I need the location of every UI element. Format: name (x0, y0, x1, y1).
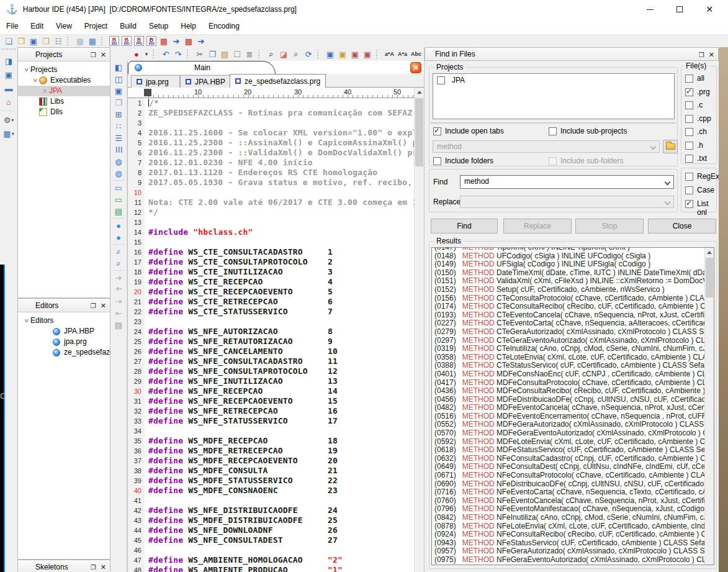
result-row[interactable]: (0147) METHOD TipoXml( cXml ) INLINE Tip… (432, 247, 714, 252)
menu-item-setup[interactable]: Setup (143, 19, 174, 34)
paste-icon[interactable]: ▤ (219, 48, 230, 60)
option-case-checkbox[interactable] (685, 186, 693, 194)
table-icon[interactable]: ▦ (87, 35, 98, 47)
bookmark-toggle-icon[interactable]: ▣ (325, 48, 336, 60)
filetype-all-checkbox[interactable] (685, 75, 693, 83)
result-row[interactable]: (0690) METHOD NFeDistribuicaoDFe( cCnpj,… (432, 480, 714, 489)
build-launch-icon[interactable]: ➔ (171, 35, 182, 47)
project-checkbox[interactable] (437, 76, 445, 84)
project-tree-item-jpa[interactable]: >JPA (18, 86, 110, 96)
table-light-icon[interactable]: ▦ (74, 35, 86, 47)
scroll-up-arrow-icon[interactable] (415, 88, 424, 97)
case-lower-icon[interactable]: A*a (397, 48, 408, 60)
maximize-editor-icon[interactable]: ◧ (113, 61, 125, 73)
include-sub-projects-checkbox[interactable] (549, 127, 557, 135)
column-select-icon[interactable]: ☐ (231, 48, 243, 60)
float-panel-icon[interactable]: ❐ (699, 52, 704, 58)
zoom-out-icon[interactable]: ⌕ (113, 258, 125, 269)
menu-item-help[interactable]: Help (174, 19, 202, 34)
goto-first-icon[interactable]: ⇤ (113, 307, 125, 319)
project-panel-icon[interactable]: ◨ (2, 55, 16, 67)
tab-main-group[interactable]: Main (128, 61, 276, 74)
project-tree-item-projects[interactable]: >Projects (18, 65, 110, 75)
toolbar-grip[interactable] (2, 48, 16, 52)
columns-icon[interactable]: ☰ (113, 144, 124, 156)
result-row[interactable]: (0436) METHOD MDFeConsultaRecibo( cRecib… (432, 387, 714, 396)
minimize-button[interactable] (635, 0, 665, 19)
close-panel-icon[interactable]: ✕ (101, 302, 106, 310)
result-row[interactable]: (0297) METHOD CTeGeraEventoAutorizado( c… (432, 337, 714, 345)
find-button[interactable]: Find (431, 219, 498, 234)
tab-jpa-prg[interactable]: jpa.prg (131, 75, 180, 88)
projects-list[interactable]: JPA (433, 73, 675, 119)
split-grid-icon[interactable]: ⊞ (113, 109, 125, 120)
sphere-info-icon[interactable]: ● (113, 232, 125, 243)
result-row[interactable]: (0760) METHOD NFeEventoCancela( cChave, … (432, 497, 714, 506)
result-row[interactable]: (0151) METHOD ValidaXml( cXml, cFileXsd … (432, 277, 714, 286)
project-tree-item-libs[interactable]: >Libs (18, 96, 110, 107)
filetype-h-checkbox[interactable] (685, 142, 693, 150)
result-row[interactable]: (0592) METHOD MDFeLoteEnvia( cXml, cLote… (432, 438, 714, 447)
result-row[interactable]: (0279) METHOD CTeGeraAutorizado( cXmlAss… (432, 328, 714, 337)
chevron-down-icon[interactable]: > (21, 317, 32, 325)
menu-item-file[interactable]: File (0, 19, 24, 34)
rebuild-launch-icon[interactable]: ➔ (195, 35, 207, 47)
copy-icon[interactable]: ❐ (207, 48, 218, 60)
menu-item-encoding[interactable]: Encoding (202, 19, 246, 34)
close-panel-icon[interactable]: ✕ (101, 51, 106, 59)
result-row[interactable]: (0649) METHOD NFeConsultaDest( cCnpj, cU… (432, 463, 714, 471)
save-icon[interactable]: ▣ (28, 35, 39, 47)
menu-item-view[interactable]: View (50, 19, 78, 34)
result-row[interactable]: (0417) METHOD MDFeConsultaProtocolo( cCh… (432, 379, 714, 388)
replace-combobox[interactable] (460, 196, 674, 208)
new-file-icon[interactable]: ❏ (3, 35, 14, 47)
undo-icon[interactable]: ↶ (160, 48, 171, 60)
split-vertical-icon[interactable]: ◫ (113, 73, 125, 84)
close-button[interactable]: ✕ (694, 0, 724, 19)
menu-item-project[interactable]: Project (78, 19, 114, 34)
build-icon[interactable]: ▦ (158, 35, 169, 47)
result-row[interactable]: (0842) METHOD NFeInutiliza( cAno, cCnpj,… (432, 514, 714, 522)
result-row[interactable]: (0401) METHOD MDFeConsNaoEnc( cUF, cCNPJ… (432, 370, 714, 379)
result-row[interactable]: (0878) METHOD NFeLoteEnvia( cXml, cLote,… (432, 522, 714, 531)
rebuild-icon[interactable]: ▩ (183, 35, 194, 47)
redo-icon[interactable]: ↷ (173, 48, 184, 60)
case-invert-icon[interactable]: Abc (410, 48, 423, 60)
result-row[interactable]: (0924) METHOD NFeConsultaRecibo( cRecibo… (432, 530, 714, 539)
filetype-prg-checkbox[interactable] (685, 88, 693, 96)
open-file-icon[interactable]: ❐ (16, 35, 27, 47)
include-folders-checkbox[interactable] (433, 157, 441, 165)
menu-item-build[interactable]: Build (114, 19, 143, 34)
result-row[interactable]: (0632) METHOD NFeConsultaCadastro( cCnpj… (432, 455, 714, 463)
editor-tree-item-jpa-hbp[interactable]: >JPA.HBP (18, 326, 110, 337)
scrollbar-thumb[interactable] (706, 258, 713, 297)
filetype-cpp-checkbox[interactable] (685, 115, 693, 123)
tab-jpa-hbp[interactable]: JPA.HBP (180, 75, 231, 88)
tab-ze-spedsefazclass-prg[interactable]: ze_spedsefazclass.prg (230, 74, 326, 88)
result-row[interactable]: (0943) METHOD NFeStatusServico( cUF, cCe… (432, 539, 714, 548)
result-row[interactable]: (0193) METHOD CTeEventoCancela( cChave, … (432, 311, 714, 320)
result-row[interactable]: (0174) METHOD CTeConsultaRecibo( cRecibo… (432, 302, 714, 311)
view-panel-icon[interactable]: ▬ (2, 82, 16, 94)
find-next-icon[interactable]: ⌕ (290, 48, 302, 60)
chevron-right-icon[interactable]: > (40, 84, 49, 97)
tile-icon[interactable]: ∷ (113, 120, 125, 132)
result-row[interactable]: (0227) METHOD CTeEventoCarta( cChave, nS… (432, 319, 714, 328)
menu-item-edit[interactable]: Edit (24, 19, 50, 34)
result-row[interactable]: (0358) METHOD CTeLoteEnvia( cXml, cLote,… (432, 353, 714, 362)
find-icon[interactable]: ⌕ (266, 48, 277, 60)
globe-save-icon[interactable]: ◍ (113, 156, 125, 167)
frame-split-icon[interactable]: ▤ (113, 206, 125, 217)
result-row[interactable]: (0716) METHOD NFeEventoCarta( cChave, nS… (432, 488, 714, 497)
print-icon[interactable]: ☷ (53, 35, 64, 47)
save-icon[interactable]: ▣ (113, 85, 125, 96)
goto-prev-icon[interactable]: ➔ (113, 284, 125, 295)
result-row[interactable]: (0671) METHOD NFeConsultaProtocolo( cCha… (432, 471, 714, 480)
result-row[interactable]: (0618) METHOD MDFeStatusServico( cUF, cC… (432, 446, 714, 455)
tools-icon[interactable]: ⚙▾ (2, 114, 16, 126)
record-icon[interactable]: ● (131, 48, 142, 60)
case-upper-icon[interactable]: a*A (384, 48, 395, 60)
project-filter-row[interactable]: JPA (433, 74, 674, 86)
globe-open-icon[interactable]: ◍ (113, 168, 125, 179)
goto-next-icon[interactable]: ➔ (113, 272, 125, 283)
